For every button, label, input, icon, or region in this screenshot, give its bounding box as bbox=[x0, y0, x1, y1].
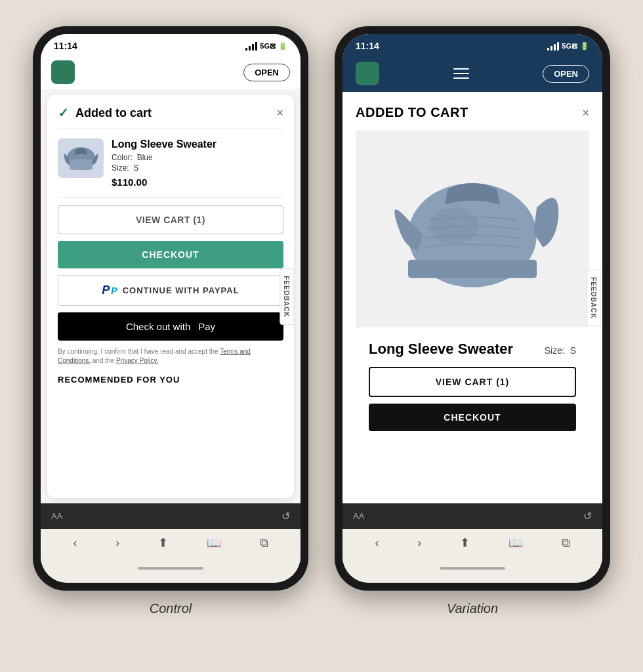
sweater-svg-large bbox=[381, 144, 564, 314]
font-size-control[interactable]: AA bbox=[51, 511, 62, 521]
open-button[interactable]: OPEN bbox=[243, 64, 290, 81]
variation-phone: 11:14 5G⊠ 🔋 bbox=[335, 26, 610, 591]
recommended-title: RECOMMENDED FOR YOU bbox=[58, 375, 283, 385]
variation-size: Size: S bbox=[545, 345, 576, 356]
checkout-button-var[interactable]: CHECKOUT bbox=[369, 404, 576, 431]
product-price: $110.00 bbox=[112, 177, 283, 188]
modal-header-var: ADDED TO CART × bbox=[356, 105, 589, 131]
back-nav-icon-var[interactable]: ‹ bbox=[375, 536, 379, 550]
home-indicator-wrapper bbox=[41, 563, 301, 576]
variation-label: Variation bbox=[447, 601, 498, 616]
font-size-var[interactable]: AA bbox=[353, 511, 364, 521]
variation-buttons: VIEW CART (1) CHECKOUT bbox=[356, 367, 589, 448]
feedback-tab-var[interactable]: FEEDBACK bbox=[587, 270, 601, 326]
status-icons-var: 5G⊠ 🔋 bbox=[547, 42, 589, 51]
reload-icon[interactable]: ↺ bbox=[281, 510, 290, 522]
checkout-button[interactable]: CHECKOUT bbox=[58, 241, 283, 268]
close-button-var[interactable]: × bbox=[582, 107, 589, 119]
network-label: 5G⊠ bbox=[260, 42, 276, 51]
app-logo-icon-var bbox=[356, 62, 379, 85]
reload-icon-var[interactable]: ↺ bbox=[583, 510, 592, 522]
bar3 bbox=[252, 44, 254, 51]
bar1v bbox=[547, 48, 549, 51]
divider1 bbox=[58, 197, 283, 198]
status-time-var: 11:14 bbox=[356, 41, 379, 51]
applepay-suffix: Pay bbox=[198, 321, 215, 332]
app-logo-icon bbox=[51, 60, 75, 84]
browser-bottom-var: AA ↺ ‹ › ⬆ 📖 ⧉ bbox=[342, 503, 602, 583]
battery-icon-var: 🔋 bbox=[580, 42, 589, 51]
browser-bar-control: AA ↺ bbox=[41, 503, 301, 529]
home-indicator-wrapper-var bbox=[342, 563, 602, 576]
paypal-p-icon: P bbox=[102, 284, 110, 297]
var-size-label: Size: bbox=[545, 345, 565, 356]
tabs-nav-icon-var[interactable]: ⧉ bbox=[562, 536, 570, 550]
color-value: Blue bbox=[137, 153, 153, 162]
var-size-value: S bbox=[570, 345, 576, 356]
control-label: Control bbox=[150, 601, 192, 616]
hamburger-menu-icon[interactable] bbox=[453, 68, 469, 79]
color-label: Color: bbox=[112, 153, 133, 162]
variation-product-name: Long Sleeve Sweater bbox=[369, 341, 513, 358]
page-wrapper: 11:14 5G⊠ 🔋 OPEN bbox=[13, 26, 630, 616]
size-value: S bbox=[133, 163, 138, 173]
privacy-link[interactable]: Privacy Policy. bbox=[116, 357, 158, 364]
close-button[interactable]: × bbox=[276, 107, 283, 119]
bar4 bbox=[255, 42, 257, 51]
status-bar-variation: 11:14 5G⊠ 🔋 bbox=[342, 34, 602, 55]
svg-rect-3 bbox=[408, 260, 537, 278]
paypal-button[interactable]: P P CONTINUE WITH PAYPAL bbox=[58, 275, 283, 306]
bottom-nav-var: ‹ › ⬆ 📖 ⧉ bbox=[342, 529, 602, 563]
bar2v bbox=[550, 46, 552, 51]
terms-text: By continuing, I confirm that I have rea… bbox=[58, 347, 283, 366]
browser-bar-var: AA ↺ bbox=[342, 503, 602, 529]
variation-screen: 11:14 5G⊠ 🔋 bbox=[342, 34, 602, 583]
sweater-large-image bbox=[356, 131, 589, 327]
forward-nav-icon[interactable]: › bbox=[115, 536, 119, 550]
product-name: Long Sleeve Sweater bbox=[112, 138, 283, 150]
tabs-nav-icon[interactable]: ⧉ bbox=[260, 536, 268, 550]
signal-bars-var-icon bbox=[547, 42, 559, 51]
paypal-label: CONTINUE WITH PAYPAL bbox=[123, 285, 239, 295]
open-button-var[interactable]: OPEN bbox=[543, 65, 589, 83]
applepay-button[interactable]: Check out with Pay bbox=[58, 312, 283, 341]
modal-header: ✓ Added to cart × bbox=[58, 105, 283, 129]
back-nav-icon[interactable]: ‹ bbox=[73, 536, 77, 550]
hamburger-line1 bbox=[453, 68, 469, 70]
feedback-tab[interactable]: FEEDBACK bbox=[280, 268, 294, 325]
bookmarks-nav-icon-var[interactable]: 📖 bbox=[508, 536, 523, 550]
bar3v bbox=[554, 44, 556, 51]
bookmarks-nav-icon[interactable]: 📖 bbox=[207, 536, 221, 550]
paypal-logo-icon: P P bbox=[102, 284, 117, 297]
forward-nav-icon-var[interactable]: › bbox=[417, 536, 421, 550]
check-icon: ✓ bbox=[58, 105, 69, 121]
browser-bottom: AA ↺ ‹ › ⬆ 📖 ⧉ bbox=[41, 503, 301, 583]
paypal-p2-icon: P bbox=[111, 285, 117, 296]
modal-title: Added to cart bbox=[75, 106, 270, 120]
status-bar-control: 11:14 5G⊠ 🔋 bbox=[41, 34, 301, 55]
product-size: Size: S bbox=[112, 163, 283, 173]
hamburger-line2 bbox=[453, 73, 469, 74]
control-phone-group: 11:14 5G⊠ 🔋 OPEN bbox=[33, 26, 308, 616]
variation-product-row: Long Sleeve Sweater Size: S bbox=[356, 341, 589, 367]
bar2 bbox=[249, 46, 251, 51]
status-time: 11:14 bbox=[54, 41, 77, 51]
view-cart-button-var[interactable]: VIEW CART (1) bbox=[369, 367, 576, 397]
control-screen: 11:14 5G⊠ 🔋 OPEN bbox=[41, 34, 301, 583]
svg-point-4 bbox=[430, 207, 479, 244]
app-header-variation: OPEN bbox=[342, 55, 602, 92]
share-nav-icon-var[interactable]: ⬆ bbox=[460, 536, 470, 550]
view-cart-button[interactable]: VIEW CART (1) bbox=[58, 205, 283, 234]
cart-modal-variation: FEEDBACK ADDED TO CART × bbox=[342, 92, 602, 503]
app-header-control: OPEN bbox=[41, 55, 301, 89]
modal-title-var: ADDED TO CART bbox=[356, 105, 575, 120]
share-nav-icon[interactable]: ⬆ bbox=[158, 536, 168, 550]
sweater-image-small bbox=[60, 140, 102, 177]
applepay-prefix: Check out with bbox=[126, 321, 190, 332]
product-thumbnail bbox=[58, 138, 104, 178]
bottom-nav-control: ‹ › ⬆ 📖 ⧉ bbox=[41, 529, 301, 563]
product-row: Long Sleeve Sweater Color: Blue Size: S … bbox=[58, 138, 283, 188]
control-phone: 11:14 5G⊠ 🔋 OPEN bbox=[33, 26, 308, 591]
product-color: Color: Blue bbox=[112, 153, 283, 162]
network-label-var: 5G⊠ bbox=[562, 42, 577, 51]
